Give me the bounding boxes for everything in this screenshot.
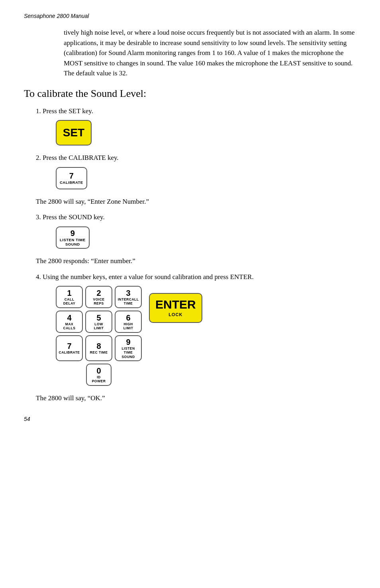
key-0-id-power[interactable]: 0 ID POWER: [86, 364, 112, 386]
step-1: 1. Press the SET key.: [36, 106, 356, 116]
key-7-calibrate[interactable]: 7 CALIBRATE: [56, 335, 83, 361]
enter-sub-label: LOCK: [168, 311, 182, 318]
listen-sound-number: 9: [71, 229, 75, 238]
key-3-intercall-time[interactable]: 3 INTERCALL TIME: [115, 286, 142, 308]
set-key-label: SET: [63, 124, 84, 141]
calibrate-key-container: 7 CALIBRATE: [56, 167, 356, 189]
key-2-voice-reps[interactable]: 2 VOICE REPS: [85, 286, 112, 308]
listen-time-sound-key[interactable]: 9 LISTEN TIME SOUND: [56, 226, 90, 249]
calibrate-key-label: CALIBRATE: [60, 180, 83, 185]
section-heading: To calibrate the Sound Level:: [24, 86, 356, 101]
set-key-container: SET: [56, 120, 356, 146]
step-3: 3. Press the SOUND key.: [36, 212, 356, 222]
set-key[interactable]: SET: [56, 120, 92, 146]
key-4-max-calls[interactable]: 4 MAX CALLS: [56, 311, 83, 333]
calibrate-key[interactable]: 7 CALIBRATE: [56, 167, 87, 189]
response-1: The 2800 will say, “Enter Zone Number.”: [36, 197, 356, 207]
keypad-grid: 1 CALL DELAY 2 VOICE REPS 3 INTERCALL TI…: [56, 286, 142, 386]
calibrate-key-number: 7: [69, 171, 74, 180]
key-5-low-limit[interactable]: 5 LOW LIMIT: [85, 311, 112, 333]
listen-sound-label2: SOUND: [65, 242, 80, 246]
step-2: 2. Press the CALIBRATE key.: [36, 153, 356, 163]
enter-label: ENTER: [155, 299, 196, 311]
key-8-rec-time[interactable]: 8 REC TIME: [85, 335, 112, 361]
response-3: The 2800 will say, “OK.”: [36, 393, 356, 403]
key-6-high-limit[interactable]: 6 HIGH LIMIT: [115, 311, 142, 333]
key-1-call-delay[interactable]: 1 CALL DELAY: [56, 286, 83, 308]
response-2: The 2800 responds: “Enter number.”: [36, 256, 356, 266]
step-4: 4. Using the number keys, enter a value …: [36, 272, 356, 282]
keypad-with-enter: 1 CALL DELAY 2 VOICE REPS 3 INTERCALL TI…: [56, 286, 356, 386]
manual-header: Sensaphone 2800 Manual: [24, 12, 356, 20]
key-9-listen-sound[interactable]: 9 LISTEN TIME SOUND: [115, 335, 142, 361]
enter-key[interactable]: ENTER LOCK: [149, 293, 202, 323]
sound-key-container: 9 LISTEN TIME SOUND: [56, 226, 356, 249]
listen-sound-label1: LISTEN TIME: [60, 238, 86, 242]
body-paragraph: tively high noise level, or where a loud…: [64, 28, 356, 79]
page-number: 54: [24, 415, 356, 423]
